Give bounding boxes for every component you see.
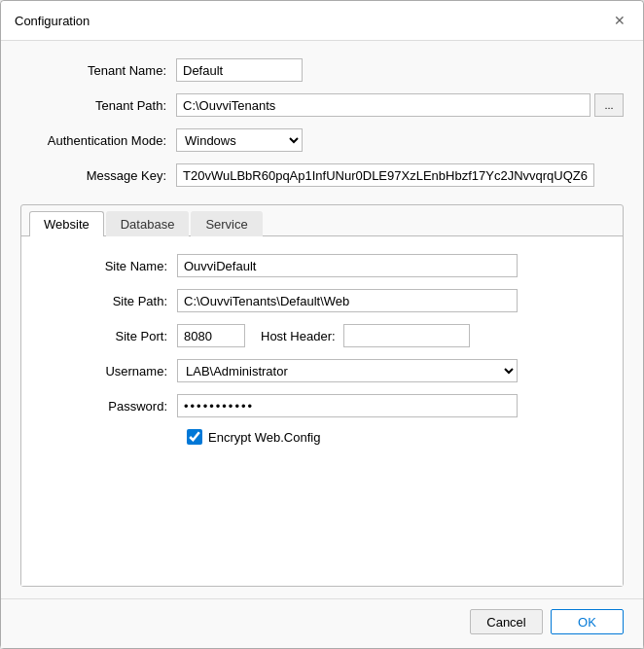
tenant-path-row: Tenant Path: ... bbox=[20, 93, 624, 117]
configuration-dialog: Configuration ✕ Tenant Name: Tenant Path… bbox=[0, 0, 644, 649]
username-row: Username: LAB\Administrator bbox=[41, 359, 603, 382]
dialog-title: Configuration bbox=[15, 14, 89, 28]
site-port-label: Site Port: bbox=[41, 329, 177, 343]
tenant-name-row: Tenant Name: bbox=[20, 58, 624, 82]
site-path-row: Site Path: bbox=[41, 289, 603, 312]
auth-mode-select[interactable]: Windows Forms bbox=[176, 128, 303, 152]
host-header-label: Host Header: bbox=[261, 329, 336, 343]
tenant-path-input[interactable] bbox=[176, 93, 590, 117]
site-path-input[interactable] bbox=[177, 289, 518, 312]
title-bar: Configuration ✕ bbox=[1, 1, 643, 41]
password-row: Password: bbox=[41, 394, 603, 417]
site-path-label: Site Path: bbox=[41, 294, 177, 308]
site-port-row: Site Port: Host Header: bbox=[41, 324, 603, 347]
tenant-path-group: ... bbox=[176, 93, 624, 117]
close-button[interactable]: ✕ bbox=[610, 11, 629, 30]
password-input[interactable] bbox=[177, 394, 518, 417]
message-key-input[interactable] bbox=[176, 163, 594, 187]
site-name-row: Site Name: bbox=[41, 254, 603, 277]
tab-website[interactable]: Website bbox=[29, 211, 104, 236]
tenant-path-label: Tenant Path: bbox=[20, 98, 176, 113]
tab-service[interactable]: Service bbox=[191, 211, 262, 236]
site-name-input[interactable] bbox=[177, 254, 518, 277]
site-name-label: Site Name: bbox=[41, 259, 177, 273]
tab-container: Website Database Service Site Name: Site… bbox=[20, 204, 624, 587]
tenant-name-input[interactable] bbox=[176, 58, 303, 82]
tab-bar: Website Database Service bbox=[21, 205, 623, 236]
encrypt-row: Encrypt Web.Config bbox=[187, 429, 603, 445]
username-label: Username: bbox=[41, 364, 177, 379]
message-key-label: Message Key: bbox=[20, 168, 176, 183]
message-key-row: Message Key: bbox=[20, 163, 624, 187]
username-select[interactable]: LAB\Administrator bbox=[177, 359, 518, 382]
encrypt-label[interactable]: Encrypt Web.Config bbox=[208, 430, 320, 445]
host-header-input[interactable] bbox=[343, 324, 470, 347]
tab-content-website: Site Name: Site Path: Site Port: Host He… bbox=[21, 236, 623, 586]
auth-mode-row: Authentication Mode: Windows Forms bbox=[20, 128, 624, 152]
host-header-group: Host Header: bbox=[261, 324, 470, 347]
dialog-body: Tenant Name: Tenant Path: ... Authentica… bbox=[1, 41, 643, 598]
cancel-button[interactable]: Cancel bbox=[470, 609, 543, 634]
ok-button[interactable]: OK bbox=[551, 609, 624, 634]
password-label: Password: bbox=[41, 399, 177, 414]
dialog-footer: Cancel OK bbox=[1, 598, 643, 648]
tab-database[interactable]: Database bbox=[106, 211, 190, 236]
browse-button[interactable]: ... bbox=[594, 93, 624, 117]
tenant-name-label: Tenant Name: bbox=[20, 63, 176, 78]
encrypt-checkbox[interactable] bbox=[187, 429, 202, 445]
site-port-input[interactable] bbox=[177, 324, 245, 347]
auth-mode-label: Authentication Mode: bbox=[20, 133, 176, 148]
